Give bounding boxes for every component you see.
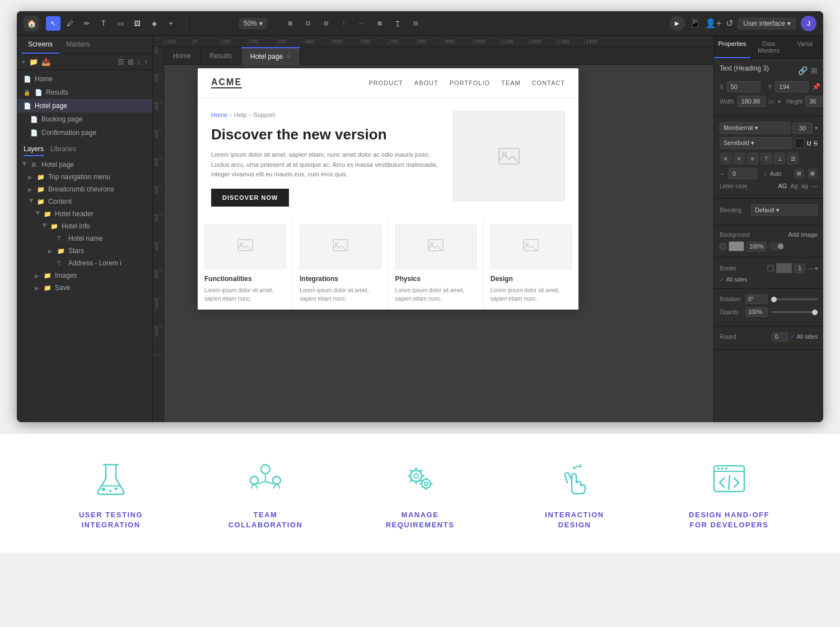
round-input[interactable] [772, 332, 788, 341]
layer-item-images[interactable]: ▶ 📁 Images [17, 269, 152, 282]
layer-item-content[interactable]: ▶ 📁 Content [17, 195, 152, 208]
grid-view-icon[interactable]: ⊞ [128, 58, 134, 66]
breadcrumb-home[interactable]: Home [211, 111, 227, 118]
device-button[interactable]: 📱 [689, 18, 701, 29]
properties-tab[interactable]: Properties [714, 36, 750, 58]
pin-icon[interactable]: 📌 [812, 83, 820, 91]
add-folder-icon[interactable]: 📁 [29, 58, 38, 66]
chevron-icon[interactable]: ▾ [778, 99, 781, 105]
page-tab-results[interactable]: Results [200, 47, 241, 65]
letter-case-none[interactable]: — [811, 183, 818, 189]
layer-item-breadcrumb[interactable]: ▶ 📁 Breadcrumb chevrons [17, 183, 152, 195]
sort-up-icon[interactable]: ↑ [144, 58, 148, 66]
align-tool-3[interactable]: ⊟ [319, 16, 333, 31]
align-top-icon[interactable]: ⊤ [760, 152, 772, 165]
close-tab-icon[interactable]: ✕ [286, 53, 291, 59]
page-tab-home[interactable]: Home [164, 47, 200, 65]
font-size-input[interactable] [792, 123, 813, 134]
align-tool-1[interactable]: ⊞ [283, 16, 297, 31]
border-style-select[interactable]: — ▾ [808, 265, 818, 272]
component-tool[interactable]: ◈ [147, 16, 161, 31]
image-tool[interactable]: 🖼 [130, 16, 144, 31]
align-tool-7[interactable]: T̲ [390, 16, 405, 31]
align-left-icon[interactable]: ≡ [720, 152, 732, 165]
letter-case-upper[interactable]: AG [778, 183, 787, 189]
pencil-tool[interactable]: ✏ [80, 16, 94, 31]
rotation-input[interactable] [745, 294, 768, 304]
layer-item-stars[interactable]: ▶ 📁 Stars [17, 245, 152, 257]
varial-tab[interactable]: Varial [787, 36, 823, 58]
align-right-icon[interactable]: ≡ [746, 152, 759, 165]
list-view-icon[interactable]: ☰ [118, 58, 124, 66]
rect-tool[interactable]: ▭ [113, 16, 128, 31]
border-checkbox[interactable]: ✓ [767, 265, 774, 272]
discover-now-button[interactable]: DISCOVER NOW [211, 189, 289, 207]
height-input[interactable] [805, 96, 823, 107]
opacity-thumb[interactable] [812, 310, 818, 315]
screen-item-confirmation-page[interactable]: 📄 Confirmation page [17, 126, 152, 139]
data-masters-tab[interactable]: Data Masters [750, 36, 787, 58]
add-tool[interactable]: + [164, 16, 178, 31]
blending-select[interactable]: Default ▾ [751, 204, 818, 216]
align-tool-2[interactable]: ⊡ [301, 16, 315, 31]
layer-item-address[interactable]: ▶ T Address - Lorem i [17, 257, 152, 269]
page-tab-hotel-page[interactable]: Hotel page ✕ [241, 47, 300, 65]
align-tool-8[interactable]: ⊟ [408, 16, 423, 31]
auto-size-icon[interactable]: ⊠ [808, 169, 818, 179]
layer-item-hotel-info[interactable]: ▶ 📁 Hotel info [17, 220, 152, 232]
font-style-select[interactable]: Semibold ▾ [720, 137, 792, 149]
width-input[interactable] [738, 96, 766, 107]
home-button[interactable]: 🏠 [24, 16, 39, 31]
screen-item-home[interactable]: 📄 Home [17, 72, 152, 86]
share-button[interactable]: 👤+ [705, 18, 721, 29]
underline-icon[interactable]: U [807, 140, 811, 147]
text-tool[interactable]: T [96, 16, 111, 31]
screen-item-hotel-page[interactable]: 📄 Hotel page [17, 99, 152, 113]
align-tool-6[interactable]: ⊠ [372, 16, 387, 31]
unlink-icon[interactable]: 🔗 [798, 66, 808, 75]
letter-case-title[interactable]: Ag [790, 183, 797, 189]
layers-tab[interactable]: Layers [24, 145, 44, 156]
font-size-chevron-icon[interactable]: ▾ [815, 125, 818, 131]
sort-down-icon[interactable]: ↓ [137, 58, 141, 66]
resize-icon[interactable]: ⊞ [794, 169, 804, 179]
align-middle-icon[interactable]: ⊥ [773, 152, 786, 165]
border-color-swatch[interactable] [776, 263, 792, 273]
layer-item-save[interactable]: ▶ 📁 Save [17, 282, 152, 294]
layer-item-root[interactable]: ▶ 🖥 Hotel page ↓ ↑ [17, 158, 152, 171]
zoom-control[interactable]: 50% ▾ [239, 18, 267, 29]
detach-icon[interactable]: ⊞ [811, 66, 818, 75]
user-interface-dropdown[interactable]: User interface ▾ [738, 17, 796, 30]
nav-team[interactable]: TEAM [501, 79, 521, 86]
bg-checkbox[interactable] [720, 243, 726, 250]
add-image-button[interactable]: Add image [788, 231, 818, 238]
avatar-button[interactable]: J [801, 16, 816, 31]
align-tool-4[interactable]: ⋮ [337, 16, 351, 31]
masters-tab[interactable]: Masters [59, 36, 97, 54]
opacity-slider[interactable] [771, 311, 818, 313]
nav-portfolio[interactable]: PORTFOLIO [450, 79, 490, 86]
breadcrumb-support[interactable]: Support [253, 111, 275, 118]
bg-opacity-input[interactable] [746, 242, 767, 251]
layer-item-top-nav[interactable]: ▶ 📁 Top navigation menu [17, 171, 152, 183]
screens-tab[interactable]: Screens [21, 36, 59, 54]
nav-product[interactable]: PRODUCT [368, 79, 403, 86]
list-icon[interactable]: ☰ [787, 152, 799, 165]
rotation-thumb[interactable] [771, 297, 777, 302]
bg-color-swatch[interactable] [729, 241, 744, 251]
layer-item-hotel-header[interactable]: ▶ 📁 Hotel header [17, 208, 152, 220]
select-tool[interactable]: ↖ [46, 16, 60, 31]
border-width-input[interactable] [794, 264, 805, 273]
rotation-slider[interactable] [771, 298, 818, 300]
font-family-select[interactable]: Montserrat ▾ [720, 122, 790, 134]
undo-button[interactable]: ↺ [726, 18, 733, 29]
letter-case-lower[interactable]: ag [801, 183, 808, 189]
layer-sort-up-icon[interactable]: ↑ [145, 162, 148, 168]
bg-toggle[interactable] [769, 242, 785, 250]
nav-contact[interactable]: CONTACT [532, 79, 565, 86]
screen-item-results[interactable]: 🔒 📄 Results [17, 86, 152, 99]
import-icon[interactable]: 📥 [41, 58, 50, 66]
breadcrumb-help[interactable]: Help [234, 111, 247, 118]
opacity-input[interactable] [745, 307, 768, 317]
x-input[interactable] [727, 81, 760, 92]
